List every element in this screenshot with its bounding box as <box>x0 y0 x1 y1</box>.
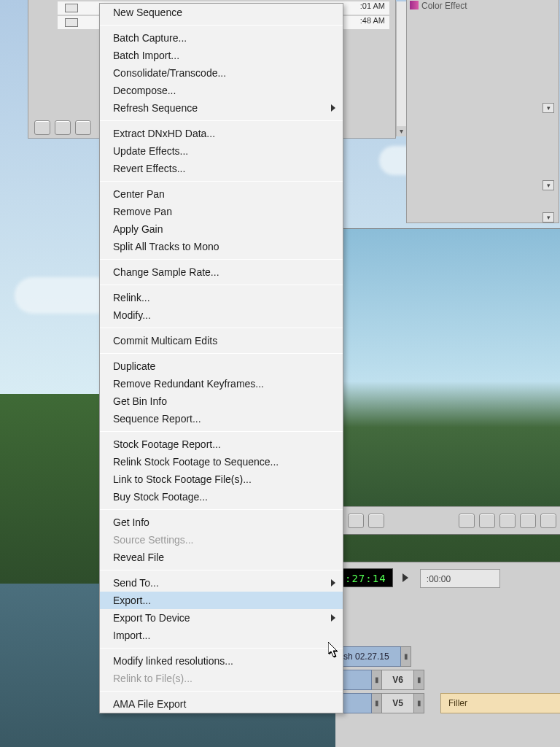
menu-separator <box>100 328 343 328</box>
menu-separator <box>100 259 343 260</box>
menu-separator <box>100 25 343 26</box>
timeline-ruler[interactable]: :00:00 <box>420 569 500 588</box>
menu-item-commit-multicam-edits[interactable]: Commit Multicam Edits <box>100 332 343 349</box>
menu-item-split-all-tracks-to-mono[interactable]: Split All Tracks to Mono <box>100 238 343 255</box>
menu-item-link-to-stock-footage-file-s[interactable]: Link to Stock Footage File(s)... <box>100 471 343 488</box>
track-handle-icon[interactable]: ▮ <box>372 693 382 713</box>
menu-item-remove-pan[interactable]: Remove Pan <box>100 203 343 220</box>
menu-item-stock-footage-report[interactable]: Stock Footage Report... <box>100 436 343 453</box>
menu-separator <box>100 648 343 649</box>
timeline-panel: :27:14 :00:00 sh 02.27.15 ▮ ▮ V6 ▮ ▮ V5 … <box>335 562 560 747</box>
track-row[interactable]: ▮ V5 ▮ Filler <box>335 693 560 713</box>
track-handle-icon[interactable]: ▮ <box>414 670 424 690</box>
menu-item-change-sample-rate[interactable]: Change Sample Rate... <box>100 263 343 281</box>
track-handle-icon[interactable]: ▮ <box>401 646 411 667</box>
menu-item-export[interactable]: Export... <box>100 592 343 609</box>
play-icon[interactable] <box>400 568 413 587</box>
timecode-display[interactable]: :27:14 <box>338 568 393 587</box>
menu-item-batch-import[interactable]: Batch Import... <box>100 47 343 64</box>
menu-item-duplicate[interactable]: Duplicate <box>100 357 343 375</box>
monitor-button[interactable] <box>368 514 384 528</box>
track-handle-icon[interactable]: ▮ <box>372 670 382 690</box>
menu-separator <box>100 570 343 570</box>
menu-item-new-sequence[interactable]: New Sequence <box>100 4 343 21</box>
menu-item-export-to-device[interactable]: Export To Device <box>100 609 343 627</box>
bin-scrollbar[interactable]: ▾ <box>396 1 406 136</box>
menu-item-revert-effects[interactable]: Revert Effects... <box>100 160 343 177</box>
view-mode-button-a[interactable] <box>34 120 50 135</box>
monitor-toolbar <box>343 506 560 534</box>
monitor-button[interactable] <box>479 514 495 528</box>
menu-item-import[interactable]: Import... <box>100 627 343 644</box>
track-handle-icon[interactable]: ▮ <box>414 693 424 713</box>
effects-panel: Color Effect ▾ ▾ ▾ <box>406 0 559 223</box>
menu-separator <box>100 509 343 510</box>
effect-name: Color Effect <box>421 1 467 11</box>
menu-item-get-bin-info[interactable]: Get Bin Info <box>100 392 343 410</box>
track-clip[interactable]: sh 02.27.15 <box>335 646 401 667</box>
menu-item-batch-capture[interactable]: Batch Capture... <box>100 29 343 47</box>
bin-row-time: :01 AM <box>360 1 385 10</box>
view-mode-button-b[interactable] <box>55 120 71 135</box>
effect-swatch-icon <box>410 1 419 9</box>
panel-dropdown-c[interactable]: ▾ <box>542 212 554 222</box>
panel-dropdown-a[interactable]: ▾ <box>542 103 554 113</box>
menu-item-apply-gain[interactable]: Apply Gain <box>100 220 343 238</box>
menu-item-modify-linked-resolutions[interactable]: Modify linked resolutions... <box>100 652 343 670</box>
track-name[interactable]: V5 <box>382 693 414 713</box>
track-row[interactable]: ▮ V6 ▮ <box>335 670 560 690</box>
menu-item-update-effects[interactable]: Update Effects... <box>100 142 343 160</box>
monitor-button[interactable] <box>520 514 536 528</box>
track-name[interactable]: V6 <box>382 670 414 690</box>
source-monitor <box>343 228 560 535</box>
bin-row-time: :48 AM <box>360 16 385 25</box>
monitor-button[interactable] <box>540 514 556 528</box>
menu-item-modify[interactable]: Modify... <box>100 306 343 324</box>
menu-item-send-to[interactable]: Send To... <box>100 574 343 592</box>
menu-item-get-info[interactable]: Get Info <box>100 514 343 531</box>
clip-icon <box>65 4 78 12</box>
submenu-arrow-icon <box>331 579 335 587</box>
menu-item-center-pan[interactable]: Center Pan <box>100 185 343 203</box>
menu-item-extract-dnxhd-data[interactable]: Extract DNxHD Data... <box>100 125 343 142</box>
menu-separator <box>100 691 343 692</box>
monitor-button[interactable] <box>348 514 364 528</box>
submenu-arrow-icon <box>331 104 335 112</box>
menu-item-decompose[interactable]: Decompose... <box>100 82 343 99</box>
scroll-down-icon[interactable]: ▾ <box>397 126 406 136</box>
panel-dropdown-b[interactable]: ▾ <box>542 180 554 190</box>
menu-separator <box>100 120 343 121</box>
menu-item-source-settings: Source Settings... <box>100 531 343 549</box>
menu-separator <box>100 285 343 285</box>
monitor-button[interactable] <box>459 514 475 528</box>
menu-item-relink[interactable]: Relink... <box>100 289 343 306</box>
menu-separator <box>100 353 343 354</box>
menu-separator <box>100 431 343 432</box>
submenu-arrow-icon <box>331 614 335 622</box>
clip-icon <box>65 18 78 27</box>
menu-item-refresh-sequence[interactable]: Refresh Sequence <box>100 99 343 117</box>
menu-item-ama-file-export[interactable]: AMA File Export <box>100 695 343 713</box>
menu-item-remove-redundant-keyframes[interactable]: Remove Redundant Keyframes... <box>100 375 343 392</box>
monitor-button[interactable] <box>499 514 516 528</box>
menu-separator <box>100 181 343 182</box>
track-filler[interactable]: Filler <box>440 693 560 713</box>
track-row[interactable]: sh 02.27.15 ▮ <box>335 646 560 667</box>
menu-item-consolidate-transcode[interactable]: Consolidate/Transcode... <box>100 64 343 82</box>
view-mode-button-c[interactable] <box>75 120 91 135</box>
context-menu: New SequenceBatch Capture...Batch Import… <box>99 3 343 713</box>
menu-item-buy-stock-footage[interactable]: Buy Stock Footage... <box>100 488 343 506</box>
menu-item-reveal-file[interactable]: Reveal File <box>100 549 343 566</box>
menu-item-relink-to-file-s: Relink to File(s)... <box>100 670 343 687</box>
menu-item-relink-stock-footage-to-sequence[interactable]: Relink Stock Footage to Sequence... <box>100 453 343 471</box>
menu-item-sequence-report[interactable]: Sequence Report... <box>100 410 343 427</box>
